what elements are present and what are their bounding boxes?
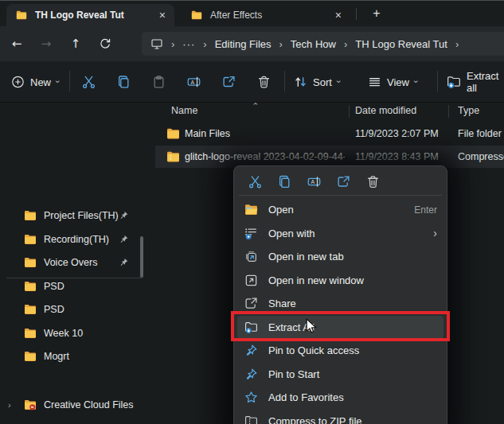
menu-item-label: Open in new window: [268, 274, 364, 286]
tab-after-effects[interactable]: After Effects ×: [182, 4, 350, 26]
breadcrumb-item-th-logo-reveal-tut[interactable]: TH Logo Reveal Tut: [355, 38, 447, 50]
view-button[interactable]: View ›: [368, 75, 418, 88]
tab-label: TH Logo Reveal Tut: [35, 10, 124, 21]
menu-item-pin-to-quick-access[interactable]: Pin to Quick access: [237, 339, 443, 363]
sidebar-item-label: PSD: [44, 304, 64, 315]
close-icon[interactable]: ×: [335, 9, 342, 21]
menu-item-label: Share: [268, 298, 296, 309]
column-headers: Name › Date modified Type: [155, 102, 504, 122]
sidebar-item-project-files-th[interactable]: Project Files(TH): [0, 204, 179, 227]
breadcrumb-ellipsis[interactable]: ···: [182, 38, 195, 50]
folder-icon: [166, 127, 180, 141]
share-icon: [244, 297, 258, 310]
sidebar-item-voice-overs[interactable]: Voice Overs: [0, 251, 179, 274]
new-tab-button[interactable]: +: [366, 3, 387, 24]
column-header-date-modified[interactable]: Date modified: [355, 105, 416, 116]
forward-button[interactable]: →: [36, 34, 57, 53]
folder-icon: [24, 256, 37, 269]
menu-item-open-in-new-tab[interactable]: Open in new tab: [237, 245, 443, 269]
extract-all-button[interactable]: Extract all: [447, 70, 504, 94]
back-button[interactable]: ←: [6, 34, 27, 53]
copy-button[interactable]: [270, 175, 299, 189]
menu-item-open[interactable]: Open Enter: [237, 198, 443, 222]
address-bar[interactable]: › ··· › Editing Files › Tech How › TH Lo…: [142, 32, 504, 56]
rename-button[interactable]: A: [187, 75, 201, 88]
cut-button[interactable]: [240, 175, 270, 189]
sidebar-item-psd-2[interactable]: PSD: [0, 298, 179, 321]
refresh-button[interactable]: [95, 34, 115, 53]
column-divider[interactable]: [349, 105, 350, 118]
extract-folder-icon: [447, 75, 461, 89]
breadcrumb-item-tech-how[interactable]: Tech How: [291, 38, 336, 50]
star-icon: [244, 391, 258, 404]
menu-item-open-in-new-window[interactable]: Open in new window: [237, 269, 443, 293]
delete-button[interactable]: [257, 75, 271, 88]
sidebar-item-label: Creative Cloud Files: [44, 399, 134, 410]
folder-icon: [24, 303, 37, 316]
menu-item-label: Pin to Quick access: [268, 344, 359, 356]
chevron-right-icon[interactable]: ›: [8, 400, 11, 410]
menu-item-label: Open with: [268, 228, 315, 239]
toolbar-divider: [284, 71, 285, 91]
delete-button[interactable]: [358, 175, 388, 189]
file-row-main-files[interactable]: Main Files 11/9/2023 2:07 PM File folder: [155, 123, 504, 145]
extract-all-button-label: Extract all: [467, 70, 504, 94]
new-button[interactable]: New ›: [11, 75, 60, 88]
copy-button[interactable]: [117, 75, 131, 88]
menu-item-pin-to-start[interactable]: Pin to Start: [237, 363, 443, 387]
tab-th-logo-reveal-tut[interactable]: TH Logo Reveal Tut ×: [6, 4, 174, 26]
menu-item-label: Open: [268, 204, 294, 216]
sidebar-item-recording-th[interactable]: Recording(TH): [0, 228, 179, 251]
breadcrumb-item-editing-files[interactable]: Editing Files: [215, 38, 272, 50]
clipboard-paste-icon: [152, 75, 166, 88]
column-divider[interactable]: [448, 105, 449, 118]
svg-text:A: A: [311, 179, 315, 185]
sidebar-item-label: Week 10: [44, 328, 83, 339]
sort-arrows-icon: [294, 75, 307, 88]
sort-button[interactable]: Sort ›: [294, 75, 341, 88]
folder-icon: [24, 280, 37, 293]
menu-item-label: Open in new tab: [268, 251, 344, 263]
column-header-name[interactable]: Name: [171, 105, 197, 116]
sort-button-label: Sort: [313, 76, 332, 88]
share-button[interactable]: [222, 75, 236, 88]
open-with-icon: [244, 227, 258, 240]
column-header-type[interactable]: Type: [458, 105, 479, 116]
file-date-modified: 11/9/2023 8:43 PM: [355, 151, 439, 162]
menu-item-add-to-favorites[interactable]: Add to Favorites: [237, 386, 443, 410]
menu-item-open-with[interactable]: Open with ›: [237, 222, 443, 246]
menu-item-shortcut: Enter: [414, 204, 437, 216]
sidebar-item-mogrt[interactable]: Mogrt: [0, 344, 179, 368]
breadcrumb-chevron-icon: ›: [279, 38, 283, 50]
folder-icon: [16, 10, 27, 21]
sidebar-item-week-10[interactable]: Week 10: [0, 321, 179, 344]
file-type: Compressed: [458, 151, 504, 162]
sidebar-item-this-pc[interactable]: › This PC: [0, 416, 179, 424]
close-icon[interactable]: ×: [159, 9, 166, 21]
submenu-chevron-icon: ›: [433, 227, 437, 239]
toolbar-divider: [69, 71, 70, 91]
sidebar-item-label: Mogrt: [44, 351, 69, 362]
file-type: File folder: [458, 128, 502, 139]
up-button[interactable]: ↑: [65, 34, 86, 53]
svg-text:A: A: [190, 79, 194, 84]
context-menu: A Open Enter Open with › Open in new tab…: [233, 165, 447, 424]
rename-button[interactable]: A: [299, 175, 329, 189]
tab-divider: [356, 8, 357, 20]
mouse-cursor: [306, 318, 318, 337]
breadcrumb-chevron-icon: ›: [344, 38, 347, 50]
menu-item-label: Add to Favorites: [268, 391, 344, 403]
folder-icon: [24, 233, 37, 246]
sidebar-scrollbar[interactable]: [140, 236, 143, 278]
chevron-down-icon: ›: [53, 80, 63, 84]
paste-button[interactable]: [152, 75, 166, 88]
folder-icon: [24, 209, 37, 222]
file-row-glitch-logo-zip[interactable]: glitch-logo-reveal 2023-04-02-09-44-39 1…: [155, 146, 504, 168]
menu-separator: [239, 195, 442, 196]
cut-button[interactable]: [82, 75, 96, 88]
share-button[interactable]: [329, 175, 358, 189]
file-name: Main Files: [185, 128, 230, 139]
sidebar-item-creative-cloud-files[interactable]: › Creative Cloud Files: [0, 393, 179, 416]
menu-item-compress-to-zip[interactable]: Compress to ZIP file: [237, 410, 443, 424]
pin-icon: [244, 344, 258, 357]
